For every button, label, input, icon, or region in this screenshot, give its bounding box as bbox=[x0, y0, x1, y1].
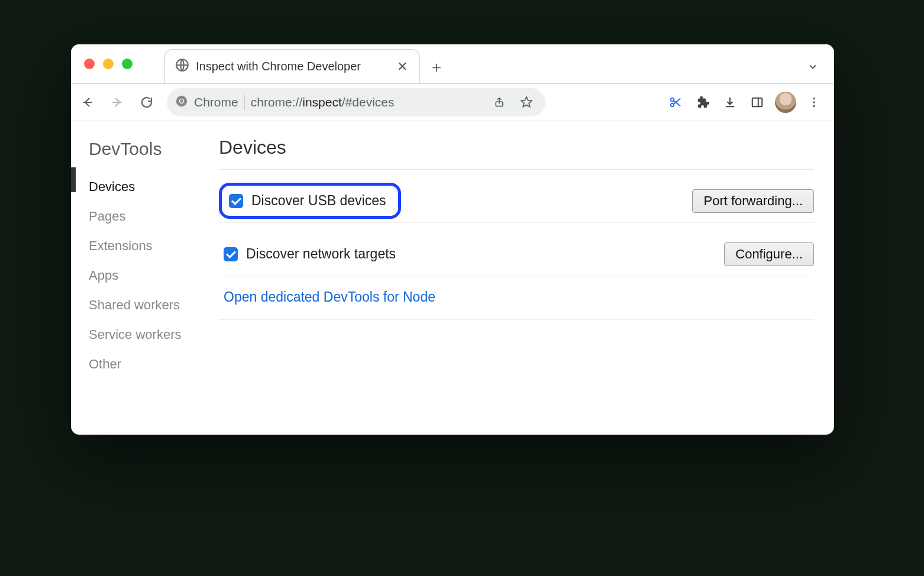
sidebar-title: DevTools bbox=[89, 139, 219, 159]
tabs-dropdown-button[interactable] bbox=[801, 55, 825, 79]
bookmark-icon[interactable] bbox=[516, 96, 537, 109]
back-button[interactable] bbox=[73, 88, 102, 117]
discover-network-option[interactable]: Discover network targets bbox=[224, 246, 396, 262]
row-usb: Discover USB devices Port forwarding... bbox=[219, 170, 814, 223]
nav-item-apps[interactable]: Apps bbox=[89, 261, 219, 290]
nav-item-pages[interactable]: Pages bbox=[89, 202, 219, 231]
downloads-icon[interactable] bbox=[717, 89, 743, 115]
nav-item-shared-workers[interactable]: Shared workers bbox=[89, 290, 219, 320]
highlight-usb: Discover USB devices bbox=[219, 183, 401, 219]
close-window-button[interactable] bbox=[84, 59, 95, 69]
discover-usb-checkbox[interactable] bbox=[229, 194, 243, 208]
nav-item-extensions[interactable]: Extensions bbox=[89, 231, 219, 261]
svg-rect-7 bbox=[752, 98, 763, 107]
url-chip: Chrome bbox=[194, 95, 238, 109]
scissors-icon[interactable] bbox=[663, 89, 689, 115]
active-nav-indicator bbox=[71, 167, 76, 192]
nav-item-other[interactable]: Other bbox=[89, 350, 219, 379]
svg-point-9 bbox=[813, 101, 815, 103]
minimize-window-button[interactable] bbox=[103, 59, 114, 69]
discover-network-checkbox[interactable] bbox=[224, 247, 238, 261]
nav-list: Devices Pages Extensions Apps Shared wor… bbox=[89, 172, 219, 379]
page-content: DevTools Devices Pages Extensions Apps S… bbox=[71, 121, 834, 435]
port-forwarding-button[interactable]: Port forwarding... bbox=[692, 189, 814, 213]
svg-point-5 bbox=[671, 98, 674, 102]
share-icon[interactable] bbox=[489, 96, 510, 108]
row-network: Discover network targets Configure... bbox=[219, 223, 814, 276]
new-tab-button[interactable]: ＋ bbox=[425, 55, 448, 79]
maximize-window-button[interactable] bbox=[122, 59, 133, 69]
forward-button[interactable] bbox=[103, 88, 131, 117]
svg-point-10 bbox=[813, 105, 815, 108]
svg-point-3 bbox=[180, 99, 183, 103]
tab-inspect[interactable]: Inspect with Chrome Developer ✕ bbox=[164, 49, 420, 83]
row-node-link: Open dedicated DevTools for Node bbox=[219, 276, 814, 320]
tab-bar: Inspect with Chrome Developer ✕ ＋ bbox=[71, 44, 834, 83]
main-panel: Devices Discover USB devices Port forwar… bbox=[219, 121, 834, 435]
nav-item-devices[interactable]: Devices bbox=[89, 172, 219, 202]
nav-item-service-workers[interactable]: Service workers bbox=[89, 320, 219, 350]
tab-title: Inspect with Chrome Developer bbox=[196, 60, 387, 73]
url-host: inspect bbox=[302, 95, 342, 109]
open-node-devtools-link[interactable]: Open dedicated DevTools for Node bbox=[224, 289, 435, 305]
url-scheme: chrome:// bbox=[251, 95, 303, 109]
tab-close-button[interactable]: ✕ bbox=[393, 57, 411, 77]
globe-icon bbox=[175, 57, 190, 76]
url-path: /#devices bbox=[342, 95, 395, 109]
svg-point-6 bbox=[671, 103, 674, 107]
discover-usb-option[interactable]: Discover USB devices bbox=[229, 193, 386, 209]
window-controls bbox=[84, 59, 133, 69]
sidebar: DevTools Devices Pages Extensions Apps S… bbox=[71, 121, 219, 435]
discover-network-label: Discover network targets bbox=[246, 246, 396, 262]
page-heading: Devices bbox=[219, 137, 814, 170]
discover-usb-label: Discover USB devices bbox=[251, 193, 386, 209]
svg-point-8 bbox=[813, 98, 815, 100]
separator bbox=[244, 95, 245, 110]
side-panel-icon[interactable] bbox=[744, 89, 770, 115]
url-text: chrome://inspect/#devices bbox=[251, 95, 395, 109]
profile-avatar[interactable] bbox=[775, 92, 796, 113]
chrome-icon bbox=[175, 95, 188, 111]
reload-button[interactable] bbox=[133, 88, 161, 117]
menu-icon[interactable] bbox=[801, 89, 827, 115]
extensions-icon[interactable] bbox=[690, 89, 716, 115]
configure-button[interactable]: Configure... bbox=[724, 242, 814, 266]
browser-window: Inspect with Chrome Developer ✕ ＋ Chrome… bbox=[71, 44, 834, 435]
toolbar: Chrome chrome://inspect/#devices bbox=[71, 83, 834, 121]
address-bar[interactable]: Chrome chrome://inspect/#devices bbox=[167, 88, 545, 117]
